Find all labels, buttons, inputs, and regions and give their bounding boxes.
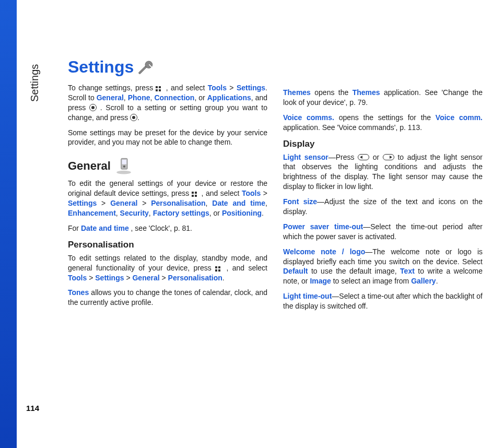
page-number: 114 [26,404,39,412]
voice-comms-para: Voice comms. opens the settings for the … [283,113,483,133]
tones-para: Tones allows you to change the tones of … [68,288,267,308]
left-column: Settings To change settings, press , and… [68,57,267,316]
device-icon [114,157,134,175]
svg-rect-1 [122,160,126,164]
display-heading: Display [283,139,483,149]
page-title: Settings [68,57,267,77]
intro-para-1: To change settings, press , and select T… [68,83,267,123]
personalisation-para: To edit settings related to the display,… [68,253,267,283]
power-saver-para: Power saver time-out—Select the time-out… [283,222,483,242]
scroll-left-icon [358,154,369,160]
blue-sidebar-strip [0,0,17,448]
svg-point-2 [123,166,125,168]
light-sensor-para: Light sensor—Press or to adjust the ligh… [283,152,483,192]
select-button-icon [130,114,137,121]
general-heading: General [68,157,267,175]
svg-point-3 [116,171,131,174]
side-tab-label: Settings [29,64,41,102]
scroll-right-icon [383,154,394,160]
menu-key-icon [215,265,222,272]
menu-key-icon [192,191,199,197]
welcome-note-para: Welcome note / logo—The welcome note or … [283,247,483,287]
light-timeout-para: Light time-out—Select a time-out after w… [283,291,483,311]
wrench-icon [137,58,155,76]
font-size-para: Font size—Adjust the size of the text an… [283,197,483,217]
select-button-icon [89,104,97,111]
themes-para: Themes opens the Themes application. See… [283,88,483,108]
date-time-ref: For Date and time , see 'Clock', p. 81. [68,223,267,233]
right-column: Themes opens the Themes application. See… [283,57,483,316]
general-para: To edit the general settings of your dev… [68,179,267,218]
menu-key-icon [156,85,163,91]
intro-para-2: Some settings may be preset for the devi… [68,128,267,148]
personalisation-heading: Personalisation [68,240,267,250]
title-text: Settings [68,57,134,77]
page-content: Settings To change settings, press , and… [68,57,483,316]
